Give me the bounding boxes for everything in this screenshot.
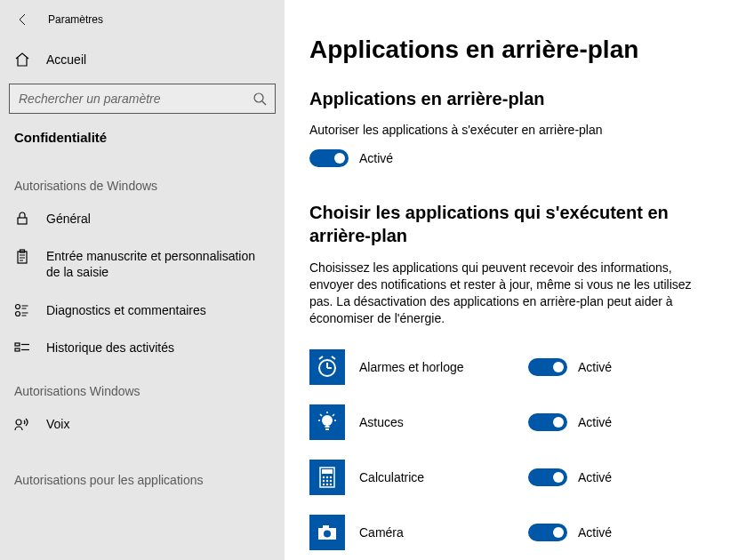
- app-toggle-wrap: Activé: [528, 468, 612, 486]
- app-toggle-label: Activé: [578, 415, 612, 429]
- app-row-camera: Caméra Activé: [309, 515, 713, 550]
- svg-rect-40: [323, 525, 329, 529]
- svg-line-19: [332, 356, 335, 359]
- svg-rect-22: [325, 428, 329, 430]
- app-toggle[interactable]: [528, 358, 567, 376]
- svg-point-8: [16, 304, 20, 308]
- voice-icon: [14, 417, 30, 431]
- sidebar-item-label: Historique des activités: [46, 340, 270, 356]
- svg-rect-21: [325, 426, 330, 428]
- svg-point-37: [326, 484, 328, 485]
- app-toggle-label: Activé: [578, 470, 612, 484]
- back-button[interactable]: [14, 11, 32, 28]
- section-title: Applications en arrière-plan: [309, 89, 713, 109]
- sidebar-item-label: Général: [46, 211, 270, 227]
- app-toggle-wrap: Activé: [528, 413, 612, 431]
- section-title: Choisir les applications qui s'exécutent…: [309, 201, 713, 247]
- home-icon: [14, 52, 30, 68]
- svg-point-41: [324, 531, 331, 538]
- svg-rect-2: [18, 218, 27, 224]
- app-row-calculator: Calculatrice Activé: [309, 460, 713, 495]
- svg-point-34: [326, 480, 328, 482]
- app-row-alarms: Alarmes et horloge Activé: [309, 349, 713, 385]
- svg-point-20: [322, 415, 333, 426]
- feedback-icon: [14, 303, 30, 317]
- tips-icon: [309, 404, 345, 440]
- svg-rect-29: [322, 469, 333, 474]
- sidebar-section-header: Autorisations de Windows: [0, 161, 285, 200]
- sidebar-item-inking[interactable]: Entrée manuscrite et personnalisation de…: [0, 237, 285, 291]
- sidebar-home[interactable]: Accueil: [0, 43, 285, 76]
- sidebar-item-voice[interactable]: Voix: [0, 405, 285, 443]
- app-list: Alarmes et horloge Activé Astuces Activé…: [309, 349, 713, 550]
- page-title: Applications en arrière-plan: [309, 36, 713, 64]
- sidebar-item-label: Entrée manuscrite et personnalisation de…: [46, 248, 270, 280]
- svg-point-9: [16, 311, 20, 316]
- svg-point-31: [326, 476, 328, 478]
- svg-point-33: [323, 480, 325, 482]
- svg-line-18: [319, 356, 323, 359]
- master-toggle[interactable]: [309, 149, 349, 167]
- app-toggle[interactable]: [528, 524, 567, 541]
- sidebar-item-label: Diagnostics et commentaires: [46, 302, 270, 318]
- app-toggle[interactable]: [528, 468, 567, 486]
- svg-line-1: [262, 101, 266, 105]
- app-name: Astuces: [359, 415, 528, 429]
- titlebar: Paramètres: [0, 11, 285, 43]
- sidebar-item-activity-history[interactable]: Historique des activités: [0, 329, 285, 366]
- main-content: Applications en arrière-plan Application…: [285, 0, 738, 560]
- svg-point-35: [330, 480, 332, 482]
- svg-line-26: [320, 414, 322, 416]
- clipboard-icon: [14, 249, 30, 265]
- arrow-left-icon: [16, 12, 30, 27]
- app-name: Calculatrice: [359, 470, 528, 484]
- section-desc: Choisissez les applications qui peuvent …: [309, 260, 692, 327]
- search-input[interactable]: [9, 84, 276, 114]
- svg-rect-11: [15, 348, 20, 351]
- app-row-tips: Astuces Activé: [309, 404, 713, 440]
- alarms-icon: [309, 349, 345, 385]
- lock-icon: [14, 212, 30, 226]
- svg-point-32: [330, 476, 332, 478]
- app-toggle-label: Activé: [578, 525, 612, 540]
- app-toggle-wrap: Activé: [528, 524, 612, 541]
- svg-point-14: [16, 420, 21, 425]
- app-toggle[interactable]: [528, 413, 567, 431]
- app-toggle-label: Activé: [578, 360, 612, 374]
- master-toggle-label: Activé: [359, 151, 393, 165]
- svg-rect-10: [15, 343, 20, 346]
- svg-line-27: [333, 414, 334, 416]
- sidebar-item-label: Voix: [46, 416, 270, 432]
- svg-point-0: [254, 93, 263, 102]
- search-wrap: [9, 84, 276, 114]
- sidebar-home-label: Accueil: [46, 52, 86, 67]
- svg-point-38: [330, 484, 332, 485]
- svg-point-30: [323, 476, 325, 478]
- svg-point-36: [323, 484, 325, 485]
- sidebar-section-header: Autorisations Windows: [0, 366, 285, 405]
- activity-icon: [14, 340, 30, 353]
- search-icon: [253, 92, 267, 106]
- app-name: Alarmes et horloge: [359, 360, 528, 374]
- section-desc: Autoriser les applications à s'exécuter …: [309, 122, 692, 139]
- app-name: Caméra: [359, 525, 528, 540]
- sidebar-section-header: Autorisations pour les applications: [0, 455, 285, 494]
- master-toggle-row: Activé: [309, 149, 713, 167]
- sidebar-item-diagnostics[interactable]: Diagnostics et commentaires: [0, 292, 285, 329]
- sidebar: Paramètres Accueil Confidentialité Autor…: [0, 0, 285, 560]
- app-toggle-wrap: Activé: [528, 358, 612, 376]
- sidebar-category: Confidentialité: [0, 126, 285, 161]
- window-title: Paramètres: [48, 13, 103, 26]
- camera-icon: [309, 515, 345, 550]
- sidebar-item-general[interactable]: Général: [0, 200, 285, 237]
- calculator-icon: [309, 460, 345, 495]
